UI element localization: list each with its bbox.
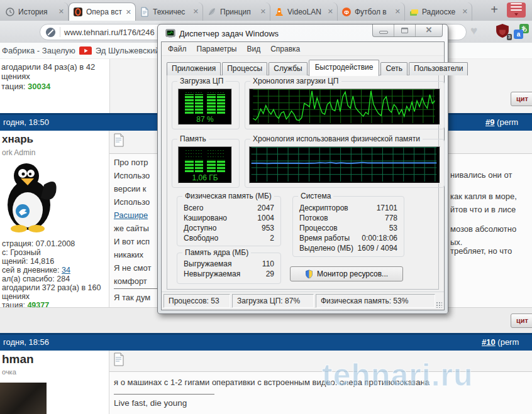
cpu-usage-label: Загрузка ЦП: [177, 77, 226, 85]
browser-tab-history[interactable]: История ✕: [1, 3, 69, 21]
stat-row: Невыгружаемая29: [184, 270, 274, 278]
post10-header-bar: годня, 18:56 #10 (perm: [0, 333, 532, 351]
translate-icon[interactable]: あ a: [514, 24, 529, 39]
browser-tab-opera[interactable]: Опера вст ✕: [69, 3, 136, 21]
post9-msg-line: нивались они от: [450, 170, 512, 180]
close-tab-icon[interactable]: ✕: [193, 8, 199, 16]
site-watermark: tehnari.ru: [322, 357, 474, 393]
penguin-avatar[interactable]: [0, 158, 63, 232]
post9-msg-line: же сайты: [114, 224, 149, 233]
cpu-usage-group: Загрузка ЦП 87 %: [172, 81, 240, 129]
cpu-history-group: Хронология загрузки ЦП: [245, 81, 445, 129]
menu-view[interactable]: Вид: [241, 43, 265, 55]
menu-file[interactable]: Файл: [163, 43, 192, 55]
new-tab-button[interactable]: +: [485, 3, 503, 18]
tab-performance[interactable]: Быстродействие: [309, 60, 380, 76]
memory-value: 1,06 ГБ: [179, 173, 231, 182]
menu-help[interactable]: Справка: [265, 43, 305, 55]
maximize-button[interactable]: [394, 25, 416, 36]
stat-row: Выделено (МБ)1609 / 4094: [299, 244, 397, 253]
post9-msg-line: И вот исп: [114, 237, 150, 246]
tab-label: Принцип: [220, 8, 257, 16]
post10-avatar[interactable]: [0, 383, 47, 414]
browser-tab-princip[interactable]: Принцип ✕: [203, 3, 270, 21]
post9-msg-link[interactable]: Расшире: [114, 210, 148, 220]
post9-msg-line: Я не смот: [114, 263, 151, 273]
ublock-icon[interactable]: 3: [496, 23, 509, 39]
physical-memory-group: Физическая память (МБ) Всего2047 Кэширов…: [177, 196, 281, 246]
post10-date: годня, 18:56: [3, 337, 49, 347]
menu-options[interactable]: Параметры: [192, 43, 242, 55]
kernel-memory-group: Память ядра (МБ) Выгружаемая110 Невыгруж…: [177, 253, 281, 284]
bookmark-item[interactable]: Фабрика - Зацелую: [2, 46, 75, 55]
browser-tab-radio[interactable]: Радиосхе ✕: [405, 3, 472, 21]
stat-row: Процессов53: [299, 224, 397, 232]
memory-history-group: Хронология использования физической памя…: [245, 139, 445, 188]
minimize-button[interactable]: [373, 25, 394, 36]
post9-msg-line: йтов что и в лисе: [450, 205, 516, 214]
close-tab-icon[interactable]: ✕: [395, 8, 401, 16]
status-processes: Процессов: 53: [163, 294, 230, 308]
close-tab-icon[interactable]: ✕: [126, 8, 131, 16]
memory-label: Память: [177, 134, 209, 143]
site-badge-icon[interactable]: [45, 27, 56, 38]
tab-networking[interactable]: Сеть: [380, 62, 407, 75]
post8-thanked-line: агодарили 84 раз(а) в 42: [1, 62, 95, 72]
task-manager-statusbar: Процессов: 53 Загрузка ЦП: 87% Физическа…: [162, 291, 444, 310]
post10-permalink[interactable]: #10 (perm: [482, 337, 519, 347]
browser-menu-button[interactable]: [507, 3, 526, 18]
resize-grip[interactable]: [436, 302, 442, 308]
post9-msg-line: версии к: [114, 184, 147, 193]
stat-row: Потоков778: [299, 214, 397, 222]
bookmark-heart-icon[interactable]: ♥: [470, 24, 477, 38]
tab-applications[interactable]: Приложения: [167, 62, 221, 75]
post9-permalink[interactable]: #9 (perm: [485, 117, 518, 127]
stat-row: Кэшировано1004: [184, 214, 274, 222]
browser-tab-videolan[interactable]: VideoLAN ✕: [270, 3, 338, 21]
quote-button[interactable]: цит: [511, 313, 532, 328]
clock-icon: [5, 7, 15, 17]
memory-history-label: Хронология использования физической памя…: [250, 134, 423, 143]
post9-messages-count: щений: 14,816: [2, 257, 54, 266]
task-manager-titlebar[interactable]: Диспетчер задач Windows: [165, 28, 279, 38]
performance-tab-page: Загрузка ЦП 87 % Хронология загрузки ЦП: [167, 75, 439, 290]
tab-label: Футбол в: [355, 8, 392, 16]
bookmark-item[interactable]: Эд Шульжевский: [96, 46, 160, 55]
window-caption-buttons: ✕: [372, 25, 443, 37]
menu-icon: [511, 3, 522, 5]
resource-monitor-button[interactable]: Монитор ресурсов...: [290, 266, 403, 281]
status-cpu: Загрузка ЦП: 87%: [232, 294, 314, 308]
memory-gauge: 1,06 ГБ: [178, 146, 232, 183]
tab-label: Техничес: [153, 8, 190, 16]
post9-city: с: Грозный: [2, 248, 41, 257]
post10-signature: Live fast, die young: [114, 398, 187, 408]
close-button[interactable]: ✕: [416, 25, 442, 36]
stat-row: Дескрипторов17101: [299, 204, 397, 212]
browser-tab-technical[interactable]: Техничес ✕: [136, 3, 203, 21]
uac-shield-icon: [305, 270, 313, 279]
browser-tab-football[interactable]: Ф Футбол в ✕: [338, 3, 405, 21]
cpu-usage-gauge: 87 %: [178, 89, 232, 125]
close-tab-icon[interactable]: ✕: [328, 8, 333, 16]
blog-link[interactable]: 34: [62, 266, 70, 275]
layers-icon: [409, 7, 419, 17]
tab-users[interactable]: Пользователи: [409, 62, 468, 75]
close-tab-icon[interactable]: ✕: [462, 8, 468, 16]
task-manager-window[interactable]: Диспетчер задач Windows ✕ Файл Параметры…: [157, 24, 448, 314]
post9-msg-line: Использо: [114, 171, 150, 180]
quote-button[interactable]: цит: [511, 92, 532, 106]
stat-row: Выгружаемая110: [184, 259, 274, 268]
post9-msg-line: комфорт: [114, 276, 147, 286]
post8-reputation: тация: 30034: [1, 82, 50, 91]
tab-processes[interactable]: Процессы: [222, 62, 267, 75]
tab-services[interactable]: Службы: [269, 62, 307, 75]
stat-row: Время работы0:00:18:06: [299, 234, 397, 242]
stat-row: Доступно953: [184, 224, 274, 232]
post9-date: годня, 18:50: [3, 117, 49, 127]
close-tab-icon[interactable]: ✕: [58, 8, 64, 16]
task-manager-icon: [165, 28, 175, 38]
close-tab-icon[interactable]: ✕: [260, 8, 266, 16]
post10-username[interactable]: hman: [2, 352, 34, 366]
post9-username[interactable]: хнарь: [2, 133, 33, 146]
post9-msg-line: как капля в море,: [450, 192, 517, 201]
